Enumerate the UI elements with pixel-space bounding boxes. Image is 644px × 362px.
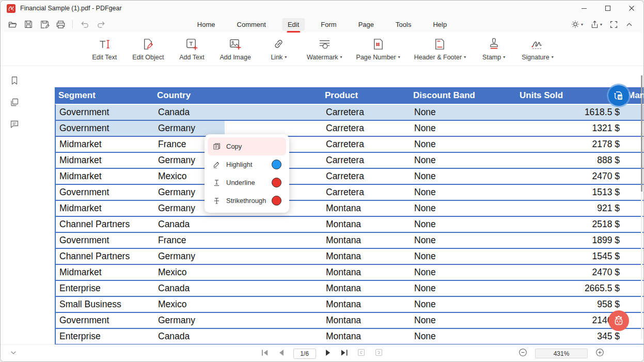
table-row[interactable]: MidmarketMexicoMontanaNone2470 $ (56, 265, 643, 281)
save-icon[interactable] (23, 19, 34, 30)
page-number-button[interactable]: Page Number▾ (356, 37, 400, 61)
tab-home[interactable]: Home (192, 18, 221, 31)
edit-object-button[interactable]: Edit Object (132, 37, 164, 61)
table-cell: Germany (158, 251, 326, 262)
page-number-field[interactable]: 1/6 (293, 349, 316, 359)
ai-assistant-button[interactable] (608, 310, 629, 331)
save-as-icon[interactable] (39, 19, 50, 30)
header-footer-button[interactable]: Header & Footer▾ (414, 37, 466, 61)
highlight-color-swatch[interactable] (272, 160, 281, 169)
ribbon-label: Link (271, 54, 282, 61)
table-row[interactable]: Small BusinessMexicoMontanaNone958 $ (56, 297, 643, 313)
table-row[interactable]: EnterpriseCanadaMontanaNone345 $ (56, 329, 643, 344)
page-thumbnails-icon[interactable] (9, 97, 20, 107)
redo-icon[interactable] (95, 19, 106, 30)
strikethrough-color-swatch[interactable] (272, 196, 281, 206)
tab-form[interactable]: Form (315, 18, 342, 31)
toolbar-divider (72, 20, 73, 28)
table-row[interactable]: MidmarketGermanyCarreteraNone888 $ (56, 153, 643, 169)
zoom-out-icon[interactable] (519, 348, 527, 359)
table-cell: Carretera (326, 171, 414, 182)
add-image-button[interactable]: Add Image (219, 37, 250, 61)
tab-page[interactable]: Page (353, 18, 380, 31)
table-row[interactable]: Channel PartnersGermanyMontanaNone1545 $ (56, 249, 643, 265)
close-icon[interactable] (620, 1, 643, 16)
first-page-icon[interactable] (261, 349, 269, 358)
table-row[interactable]: GovernmentGermanyCarreteraNone1513 $ (56, 185, 643, 201)
undo-icon[interactable] (79, 19, 90, 30)
collapse-panel-icon[interactable] (10, 349, 17, 358)
window-title: Financial Sample (1).pdf - PDFgear (20, 5, 122, 12)
table-row[interactable]: EnterpriseCanadaMontanaNone2665.5 $ (56, 281, 643, 297)
share-icon[interactable]: ▾ (590, 20, 602, 29)
stamp-button[interactable]: Stamp▾ (480, 37, 508, 61)
chevron-down-icon: ▾ (398, 55, 400, 59)
menu-item-label: Underline (226, 179, 266, 186)
tab-help[interactable]: Help (427, 18, 452, 31)
table-row[interactable]: GovernmentGermanyCarreteraNone1321 $ (56, 121, 643, 137)
table-row[interactable]: GovernmentGermanyMontanaNone2146 $ (56, 313, 643, 329)
link-button[interactable]: Link▾ (265, 37, 293, 61)
table-row[interactable]: GovernmentCanadaCarreteraNone1618.5 $ (56, 105, 643, 121)
table-row[interactable]: GovernmentFranceMontanaNone1899 $ (56, 233, 643, 249)
tab-tools[interactable]: Tools (390, 18, 417, 31)
minimize-icon[interactable] (572, 1, 596, 16)
table-cell: 1899 $ (521, 235, 625, 246)
column-header: Product (325, 90, 413, 101)
tab-comment[interactable]: Comment (231, 18, 272, 31)
table-row[interactable]: MidmarketFranceCarreteraNone2178 $ (56, 137, 643, 153)
table-cell: None (414, 171, 521, 182)
collapse-ribbon-icon[interactable] (625, 21, 633, 28)
theme-icon[interactable]: ▾ (571, 20, 583, 29)
financial-table: Segment Country Product Discount Band Un… (55, 87, 643, 344)
chevron-down-icon: ▾ (552, 55, 554, 59)
context-strikethrough-button[interactable]: Strikethrough (208, 192, 286, 210)
highlighter-icon (212, 160, 221, 169)
menu-tabs: Home Comment Edit Form Page Tools Help (192, 18, 452, 31)
comments-icon[interactable] (9, 119, 20, 129)
fullscreen-icon[interactable] (609, 20, 618, 29)
copy-icon (212, 142, 221, 151)
context-copy-button[interactable]: Copy (208, 137, 286, 155)
maximize-icon[interactable] (596, 1, 620, 16)
table-cell: Montana (326, 331, 414, 342)
table-row[interactable]: MidmarketGermanyMontanaNone921 $ (56, 201, 643, 217)
zoom-controls: 431% (519, 345, 604, 362)
rotate-right-icon[interactable] (374, 348, 383, 359)
underline-icon (212, 178, 221, 187)
status-bar: 1/6 431% (1, 344, 643, 361)
table-cell: 1321 $ (521, 123, 625, 134)
context-underline-button[interactable]: Underline (208, 174, 286, 192)
pdfgear-logo-icon (7, 4, 15, 13)
signature-button[interactable]: Signature▾ (522, 37, 554, 61)
table-row[interactable]: MidmarketMexicoCarreteraNone2470 $ (56, 169, 643, 185)
table-cell: Carretera (326, 139, 414, 150)
prev-page-icon[interactable] (278, 349, 285, 358)
table-cell: Midmarket (56, 155, 158, 166)
underline-color-swatch[interactable] (272, 178, 281, 187)
table-row[interactable]: Channel PartnersCanadaMontanaNone2518 $ (56, 217, 643, 233)
add-text-button[interactable]: Add Text (178, 37, 206, 61)
table-cell: Montana (326, 203, 414, 214)
vertical-scrollbar[interactable] (641, 75, 642, 339)
table-cell: 345 $ (521, 331, 625, 342)
print-icon[interactable] (55, 19, 66, 30)
last-page-icon[interactable] (340, 349, 348, 358)
watermark-button[interactable]: Watermark▾ (307, 37, 342, 61)
table-cell: None (414, 251, 521, 262)
zoom-in-icon[interactable] (595, 348, 604, 359)
bookmark-icon[interactable] (9, 75, 20, 86)
page-navigation: 1/6 (261, 345, 383, 362)
convert-to-word-button[interactable]: W (608, 85, 629, 106)
svg-text:W: W (618, 96, 622, 99)
open-file-icon[interactable] (7, 19, 18, 30)
table-cell: Montana (326, 235, 414, 246)
zoom-level-field[interactable]: 431% (535, 349, 588, 358)
ribbon-label: Page Number (356, 54, 396, 61)
context-highlight-button[interactable]: Highlight (208, 155, 286, 174)
edit-text-button[interactable]: Edit Text (90, 37, 118, 61)
next-page-icon[interactable] (325, 349, 332, 358)
rotate-left-icon[interactable] (357, 348, 366, 359)
ribbon-label: Header & Footer (414, 54, 462, 61)
tab-edit[interactable]: Edit (282, 18, 305, 31)
